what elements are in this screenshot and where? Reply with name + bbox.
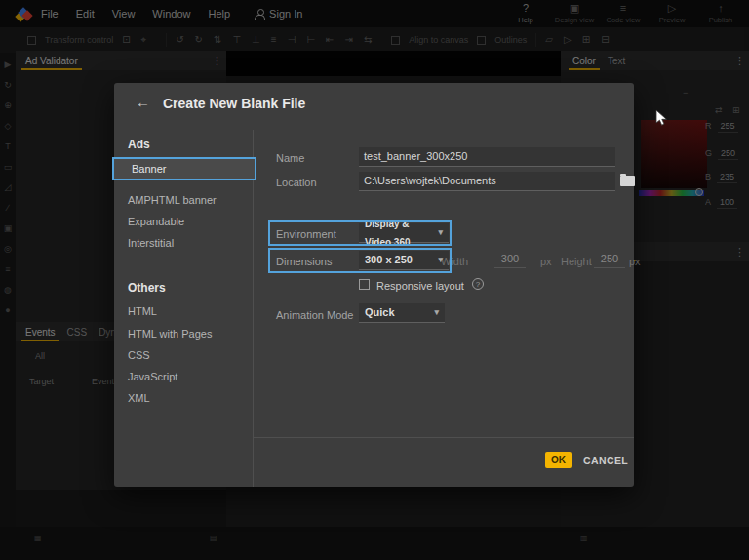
footer-divider bbox=[253, 437, 634, 438]
responsive-layout-label: Responsive layout bbox=[376, 280, 464, 292]
sidebar-divider bbox=[253, 130, 254, 487]
sidebar-item-label: JavaScript bbox=[128, 371, 177, 382]
dimensions-dropdown[interactable]: 300 x 250 ▾ bbox=[359, 251, 449, 270]
sidebar-item-html-with-pages[interactable]: HTML with Pages bbox=[114, 324, 253, 343]
environment-label: Environment bbox=[276, 228, 336, 240]
sidebar-item-label: XML bbox=[128, 392, 150, 404]
animation-mode-value: Quick bbox=[365, 303, 395, 322]
height-label: Height bbox=[561, 256, 592, 267]
help-circle-icon[interactable]: ? bbox=[472, 278, 484, 290]
dimensions-value: 300 x 250 bbox=[365, 251, 413, 269]
chevron-down-icon: ▾ bbox=[434, 303, 439, 322]
name-input[interactable]: test_banner_300x250 bbox=[359, 147, 615, 167]
sidebar-item-label: Expandable bbox=[128, 216, 184, 227]
sidebar-item-label: CSS bbox=[128, 349, 150, 361]
section-heading-ads: Ads bbox=[128, 138, 150, 151]
mouse-cursor bbox=[655, 109, 671, 127]
ok-button[interactable]: OK bbox=[545, 452, 572, 468]
animation-mode-dropdown[interactable]: Quick ▾ bbox=[359, 303, 445, 323]
width-label: Width bbox=[441, 256, 468, 267]
name-label: Name bbox=[276, 152, 304, 164]
responsive-layout-checkbox[interactable] bbox=[359, 279, 370, 290]
sidebar-item-label: HTML bbox=[128, 305, 157, 317]
cancel-button[interactable]: CANCEL bbox=[583, 455, 628, 466]
width-unit: px bbox=[540, 256, 552, 267]
sidebar-item-banner[interactable]: Banner bbox=[112, 157, 256, 180]
back-arrow-icon[interactable]: ← bbox=[136, 94, 150, 110]
environment-value: Display & Video 360 bbox=[365, 215, 432, 252]
folder-browse-icon[interactable] bbox=[620, 176, 635, 186]
sidebar-item-amphtml-banner[interactable]: AMPHTML banner bbox=[114, 190, 253, 210]
section-heading-others: Others bbox=[128, 281, 166, 295]
sidebar-item-label: HTML with Pages bbox=[128, 328, 212, 340]
height-input[interactable]: 250 bbox=[594, 251, 625, 268]
sidebar-item-label: Banner bbox=[132, 163, 166, 175]
location-input[interactable]: C:\Users\wojtek\Documents bbox=[359, 172, 615, 191]
location-label: Location bbox=[276, 177, 317, 188]
sidebar-item-css[interactable]: CSS bbox=[114, 345, 253, 365]
environment-dropdown[interactable]: Display & Video 360 ▾ bbox=[359, 223, 449, 243]
chevron-down-icon: ▾ bbox=[438, 223, 443, 242]
animation-mode-label: Animation Mode bbox=[276, 309, 354, 321]
sidebar-item-label: AMPHTML banner bbox=[128, 194, 217, 206]
height-unit: px bbox=[629, 256, 641, 267]
sidebar-item-label: Interstitial bbox=[128, 237, 174, 249]
sidebar-item-interstitial[interactable]: Interstitial bbox=[114, 233, 253, 253]
width-input[interactable]: 300 bbox=[494, 251, 526, 268]
sidebar-item-expandable[interactable]: Expandable bbox=[114, 212, 253, 231]
dimensions-label: Dimensions bbox=[276, 256, 332, 267]
dialog-title: Create New Blank File bbox=[163, 96, 305, 111]
sidebar-item-html[interactable]: HTML bbox=[114, 301, 253, 321]
create-new-blank-file-dialog: ← Create New Blank File Ads Banner AMPHT… bbox=[114, 83, 634, 487]
sidebar-item-javascript[interactable]: JavaScript bbox=[114, 367, 253, 386]
sidebar-item-xml[interactable]: XML bbox=[114, 388, 253, 408]
